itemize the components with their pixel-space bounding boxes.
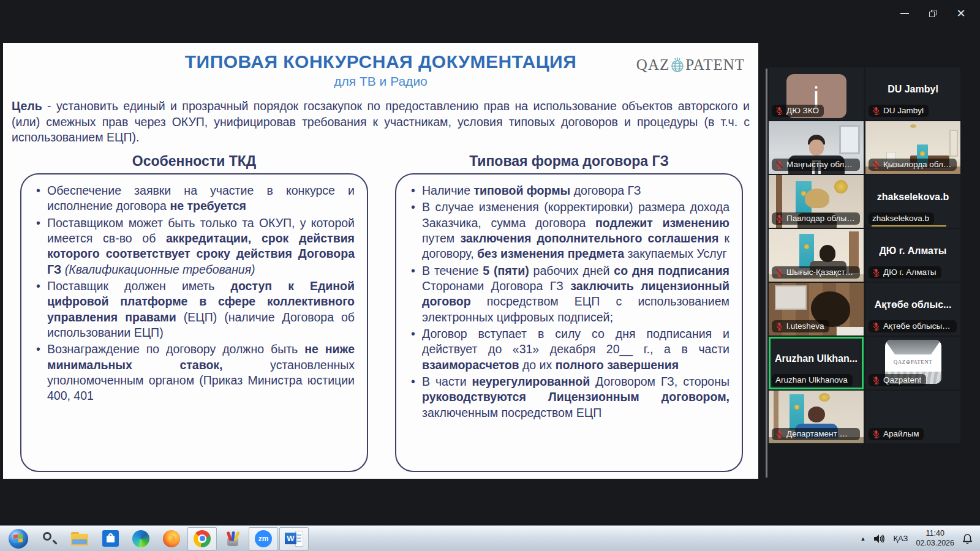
participant-label-text: zhakselekova.b — [872, 214, 929, 223]
mic-off-icon — [872, 322, 880, 331]
slide-goal-paragraph: Цель - установить единый и прозрачный по… — [12, 99, 750, 146]
participant-label-text: ДЮ ЗКО — [786, 106, 819, 115]
participant-label-text: Маңғыстау облысын... — [786, 160, 855, 169]
participant-label: Ақтөбе облысының ... — [869, 320, 957, 332]
participant-label: Маңғыстау облысын... — [772, 159, 860, 171]
participant-tile[interactable]: zhakselekova.b zhakselekova.b — [865, 175, 960, 228]
mic-off-icon — [775, 430, 783, 438]
zoom-app-icon[interactable]: zm — [249, 527, 278, 550]
participant-label: Қызылорда облысы ... — [869, 159, 957, 171]
left-bullet-list: Обеспечение заявки на участие в конкурсе… — [31, 183, 355, 404]
close-button[interactable]: ✕ — [947, 2, 975, 24]
file-explorer-icon[interactable] — [65, 527, 94, 550]
right-column-box: Наличие типовой формы договора ГЗВ случа… — [395, 173, 743, 472]
participant-label-text: Арайлым — [883, 429, 919, 438]
restore-icon — [929, 10, 937, 17]
audio-accent-line — [872, 225, 946, 227]
bullet-item: Поставщиком может быть только та ОКУП, у… — [31, 216, 355, 277]
qazpatent-logo: QAZ PATENT — [636, 56, 745, 73]
participant-label: Aruzhan Ulkhanova — [772, 374, 853, 386]
participant-tile[interactable]: Ақтөбе облыс... Ақтөбе облысының ... — [865, 283, 960, 335]
start-button-icon[interactable] — [4, 527, 33, 550]
left-column-header: Особенности ТКД — [20, 153, 368, 170]
bullet-item: Наличие типовой формы договора ГЗ — [406, 183, 729, 198]
close-icon: ✕ — [956, 8, 965, 19]
participant-label: Qazpatent — [869, 374, 926, 386]
globe-icon — [670, 57, 685, 73]
gallery-divider — [766, 69, 767, 478]
right-column-header: Типовая форма договора ГЗ — [395, 153, 743, 170]
windows-taskbar: zmW ▲ ҚАЗ 11:40 02.03.2026 — [0, 525, 980, 551]
participant-label: ДЮ г. Алматы — [869, 266, 941, 279]
mic-off-icon — [775, 322, 783, 331]
bullet-item: Поставщик должен иметь доступ к Единой ц… — [31, 279, 355, 340]
mic-off-icon — [872, 268, 880, 277]
minimize-button[interactable] — [891, 2, 919, 24]
mic-off-icon — [775, 160, 783, 169]
show-hidden-icons-button[interactable]: ▲ — [861, 536, 866, 542]
participant-name-center: ДЮ г. Алматы — [865, 246, 960, 257]
participant-label: l.utesheva — [772, 320, 829, 332]
logo-text-left: QAZ — [636, 56, 669, 73]
language-indicator[interactable]: ҚАЗ — [893, 534, 908, 543]
notifications-bell-icon[interactable] — [962, 533, 973, 544]
system-tray: ▲ ҚАЗ 11:40 02.03.2026 — [861, 526, 980, 551]
word-app-icon[interactable]: W — [279, 527, 309, 550]
mic-off-icon — [872, 160, 880, 169]
participant-tile[interactable]: l.utesheva — [769, 283, 864, 335]
participant-tile[interactable]: ДЮ г. Алматы ДЮ г. Алматы — [865, 229, 960, 282]
participant-tile[interactable]: Шығыс-Қазақстан о... — [769, 229, 864, 282]
participant-label-text: Aruzhan Ulkhanova — [775, 375, 848, 384]
microsoft-store-icon[interactable] — [96, 527, 125, 550]
participant-name-center: Aruzhan Ulkhan... — [769, 353, 864, 364]
participant-name-center: zhakselekova.b — [865, 192, 960, 203]
participant-label-text: Павлодар облысын... — [786, 214, 855, 223]
mic-off-icon — [872, 430, 880, 438]
participant-label: ДЮ ЗКО — [772, 105, 824, 117]
participants-sidebar: j ДЮ ЗКО DU Jambyl — [769, 67, 961, 443]
taskbar-clock[interactable]: 11:40 02.03.2026 — [916, 529, 954, 548]
participant-label-text: Департамент Юстиц... — [786, 429, 855, 438]
participant-label: Арайлым — [869, 428, 924, 440]
window-titlebar: ✕ — [0, 0, 980, 43]
color-tools-app-icon[interactable] — [218, 527, 247, 550]
participant-label-text: DU Jambyl — [883, 106, 924, 115]
restore-button[interactable] — [919, 2, 947, 24]
participant-label: DU Jambyl — [869, 105, 929, 117]
bullet-item: В случае изменения (корректировки) разме… — [406, 200, 729, 261]
participant-label: Департамент Юстиц... — [772, 428, 860, 440]
participant-tile[interactable]: j ДЮ ЗКО — [769, 67, 864, 120]
mic-off-icon — [872, 376, 880, 384]
participant-tile[interactable]: Департамент Юстиц... — [769, 391, 864, 443]
edge-browser-icon[interactable] — [126, 527, 156, 550]
right-bullet-list: Наличие типовой формы договора ГЗВ случа… — [406, 183, 729, 421]
left-column-box: Обеспечение заявки на участие в конкурсе… — [20, 173, 368, 472]
participant-tile[interactable]: Арайлым — [865, 391, 960, 443]
participant-label: Шығыс-Қазақстан о... — [772, 266, 860, 279]
participant-name-center: DU Jambyl — [865, 84, 960, 95]
participant-tile[interactable]: Маңғыстау облысын... — [769, 121, 864, 174]
participant-tile[interactable]: Aruzhan Ulkhan... Aruzhan Ulkhanova — [769, 337, 864, 389]
mic-off-icon — [775, 214, 783, 223]
tray-time: 11:40 — [916, 529, 954, 539]
firefox-browser-icon[interactable] — [157, 527, 186, 550]
participant-label-text: ДЮ г. Алматы — [883, 268, 937, 277]
participant-label-text: Шығыс-Қазақстан о... — [786, 268, 855, 277]
mic-off-icon — [775, 268, 783, 277]
slide-subtitle: для ТВ и Радио — [3, 74, 758, 89]
participant-tile[interactable]: QAZ⊕PATENT Qazpatent — [865, 337, 960, 389]
participant-tile[interactable]: DU Jambyl DU Jambyl — [865, 67, 960, 120]
participant-tile[interactable]: Павлодар облысын... — [769, 175, 864, 228]
participant-name-center: Ақтөбе облыс... — [865, 299, 960, 310]
bullet-item: В течение 5 (пяти) рабочих дней со дня п… — [406, 263, 729, 325]
participant-tile[interactable]: Қызылорда облысы ... — [865, 121, 960, 174]
participant-label-text: l.utesheva — [786, 321, 824, 331]
chrome-browser-icon[interactable] — [187, 527, 217, 550]
bullet-item: Обеспечение заявки на участие в конкурсе… — [31, 183, 355, 214]
search-icon[interactable] — [34, 527, 64, 550]
participant-label-text: Қызылорда облысы ... — [883, 160, 952, 169]
participant-label-text: Qazpatent — [883, 375, 921, 384]
minimize-icon — [900, 13, 909, 14]
speaker-icon[interactable] — [873, 534, 885, 544]
zoom-meeting-window: ✕ ТИПОВАЯ КОНКУРСНАЯ ДОКУМЕНТАЦИЯ для ТВ… — [0, 0, 980, 551]
